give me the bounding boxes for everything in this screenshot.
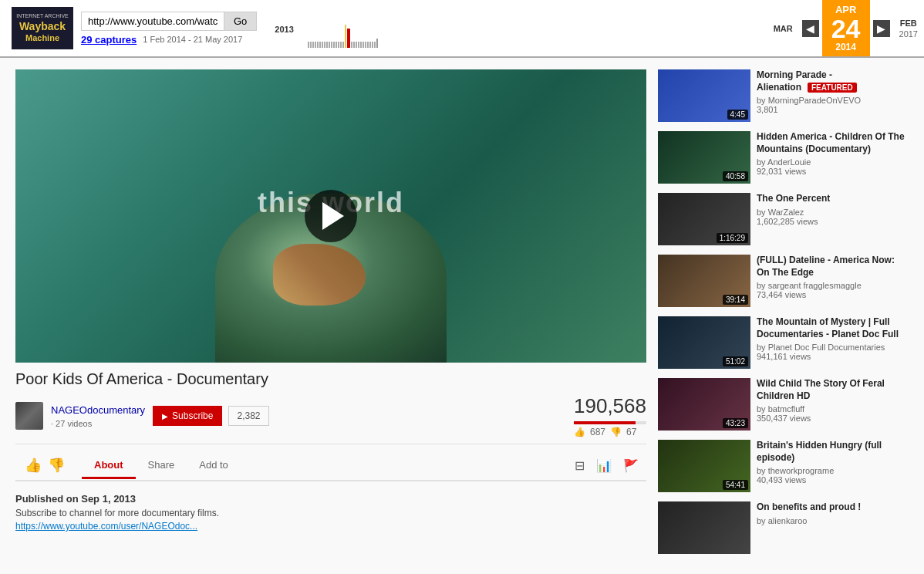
- action-tabs: About Share Add to: [82, 453, 241, 478]
- sidebar-views: 350,437 views: [757, 414, 909, 423]
- tl-tick: [319, 42, 321, 48]
- sidebar-item[interactable]: 1:16:29The One Percentby WarZalez1,602,2…: [658, 193, 909, 245]
- thumb-duration: 4:45: [727, 110, 748, 120]
- sidebar-title: On benefits and proud !: [757, 501, 909, 514]
- sidebar-info: Britain's Hidden Hungry (full episode)by…: [757, 440, 909, 492]
- view-bar: [574, 421, 646, 424]
- thumb-duration: 40:58: [723, 171, 748, 181]
- sidebar-item[interactable]: 40:58Hidden America - Children Of The Mo…: [658, 131, 909, 184]
- youtube-icon: ▶: [162, 412, 168, 420]
- video-meta-row: NAGEOdocumentary · 27 videos ▶ Subscribe…: [15, 394, 646, 444]
- wayback-left: INTERNET ARCHIVE Wayback Machine Go 29 c…: [0, 0, 268, 58]
- thumb-duration: 43:23: [723, 418, 748, 428]
- sidebar-thumb: 1:16:29: [658, 193, 750, 245]
- published-desc: Subscribe to channel for more documentar…: [15, 508, 646, 518]
- url-bar-area: Go 29 captures 1 Feb 2014 - 21 May 2017: [81, 12, 257, 46]
- thumb-duration: 51:02: [723, 356, 748, 366]
- go-button[interactable]: Go: [224, 12, 257, 31]
- thumb-duration: 39:14: [723, 295, 748, 305]
- sidebar-info: Morning Parade - AlienationFEATUREDby Mo…: [757, 69, 909, 122]
- cal-current-year: 2014: [835, 42, 856, 52]
- thumb-duration: 54:41: [723, 480, 748, 490]
- logo-line1: INTERNET ARCHIVE: [16, 13, 69, 19]
- sidebar-item[interactable]: 43:23Wild Child The Story Of Feral Child…: [658, 378, 909, 430]
- cal-center-date: APR 24 2014: [822, 0, 870, 56]
- wayback-logo[interactable]: INTERNET ARCHIVE Wayback Machine: [12, 7, 73, 49]
- flag-icon-button[interactable]: 🚩: [623, 458, 639, 473]
- tl-tick: [338, 42, 339, 48]
- wayback-bar: INTERNET ARCHIVE Wayback Machine Go 29 c…: [0, 0, 924, 58]
- channel-name-area: NAGEOdocumentary · 27 videos: [51, 404, 145, 428]
- logo-line3: Machine: [16, 33, 69, 43]
- sidebar-item[interactable]: 54:41Britain's Hidden Hungry (full episo…: [658, 440, 909, 492]
- cal-feb-col: FEB 2017: [893, 0, 924, 56]
- thumb-duration: 1:16:29: [717, 233, 748, 243]
- subscribe-button[interactable]: ▶ Subscribe: [153, 406, 222, 426]
- sidebar-title: The Mountain of Mystery | Full Documenta…: [757, 316, 909, 340]
- tl-tick: [331, 42, 332, 48]
- sidebar-item[interactable]: 39:14(FULL) Dateline - America Now: On T…: [658, 255, 909, 307]
- dislike-button[interactable]: 👎: [48, 457, 65, 474]
- tl-tick: [308, 42, 309, 48]
- stats-icon-button[interactable]: 📊: [596, 458, 612, 473]
- tl-tick: [374, 42, 376, 48]
- tab-add-to[interactable]: Add to: [187, 453, 241, 479]
- video-player[interactable]: this world: [15, 69, 646, 363]
- sidebar-item[interactable]: On benefits and proud !by alienkaroo: [658, 501, 909, 554]
- url-input[interactable]: [81, 12, 224, 31]
- sidebar-thumb: 40:58: [658, 131, 750, 184]
- published-date: Published on Sep 1, 2013: [15, 493, 646, 505]
- sidebar-title: (FULL) Dateline - America Now: On The Ed…: [757, 255, 909, 279]
- cal-prev-button[interactable]: ◀: [802, 20, 819, 37]
- cal-next-month-label: FEB: [900, 19, 917, 28]
- subscriber-count: 2,382: [228, 406, 268, 426]
- sidebar-item[interactable]: 4:45Morning Parade - AlienationFEATUREDb…: [658, 69, 909, 122]
- tab-about[interactable]: About: [82, 453, 136, 479]
- dislike-count: 67: [626, 427, 636, 437]
- tl-tick: [356, 42, 357, 48]
- channel-videos: · 27 videos: [51, 419, 145, 428]
- sidebar-channel: by sargeant fragglesmaggle: [757, 281, 909, 290]
- video-title: Poor Kids Of America - Documentary: [15, 370, 646, 388]
- channel-name[interactable]: NAGEOdocumentary: [51, 404, 145, 416]
- sidebar-title: Wild Child The Story Of Feral Children H…: [757, 378, 909, 402]
- sidebar-views: 941,161 views: [757, 352, 909, 361]
- sidebar-channel: by AnderLouie: [757, 157, 909, 167]
- like-button[interactable]: 👍: [25, 457, 42, 474]
- sidebar-title: Hidden America - Children Of The Mountai…: [757, 131, 909, 155]
- cal-next-button[interactable]: ▶: [873, 20, 890, 37]
- captures-link[interactable]: 29 captures: [81, 34, 137, 46]
- tl-tick: [351, 42, 352, 48]
- video-section: this world Poor Kids Of America - Docume…: [15, 69, 646, 563]
- tl-tick: [336, 42, 337, 48]
- tl-tick: [322, 42, 323, 48]
- sidebar-thumb: 39:14: [658, 255, 750, 307]
- sidebar-item[interactable]: 51:02The Mountain of Mystery | Full Docu…: [658, 316, 909, 369]
- like-dislike-row: 👍 687 👎 67: [574, 427, 646, 437]
- sidebar-info: The Mountain of Mystery | Full Documenta…: [757, 316, 909, 369]
- tab-share[interactable]: Share: [136, 453, 187, 479]
- sidebar-channel: by Planet Doc Full Documentaries: [757, 343, 909, 352]
- play-triangle-icon: [322, 202, 344, 230]
- view-count-area: 190,568 👍 687 👎 67: [574, 394, 646, 437]
- published-link[interactable]: https://www.youtube.com/user/NAGEOdoc...: [15, 521, 197, 532]
- logo-line2: Wayback: [16, 20, 69, 33]
- sidebar-thumb: 51:02: [658, 316, 750, 369]
- sidebar-info: The One Percentby WarZalez1,602,285 view…: [757, 193, 909, 245]
- tl-tick-active[interactable]: [345, 25, 346, 48]
- action-icons: ⊟ 📊 🚩: [575, 458, 646, 473]
- sidebar-channel: by MorningParadeOnVEVO: [757, 96, 909, 105]
- sidebar: 4:45Morning Parade - AlienationFEATUREDb…: [646, 69, 909, 563]
- play-button[interactable]: [305, 190, 357, 242]
- cal-mar-col: MAR: [767, 0, 799, 56]
- main-content: this world Poor Kids Of America - Docume…: [0, 58, 924, 574]
- view-count: 190,568: [574, 394, 646, 418]
- sidebar-views: 3,801: [757, 105, 909, 114]
- report-icon-button[interactable]: ⊟: [575, 458, 585, 473]
- sidebar-views: 40,493 views: [757, 475, 909, 485]
- tl-tick: [353, 42, 355, 48]
- sidebar-thumb: 43:23: [658, 378, 750, 430]
- tl-tick: [317, 42, 319, 48]
- tl-tick: [312, 42, 314, 48]
- tl-tick: [326, 42, 328, 48]
